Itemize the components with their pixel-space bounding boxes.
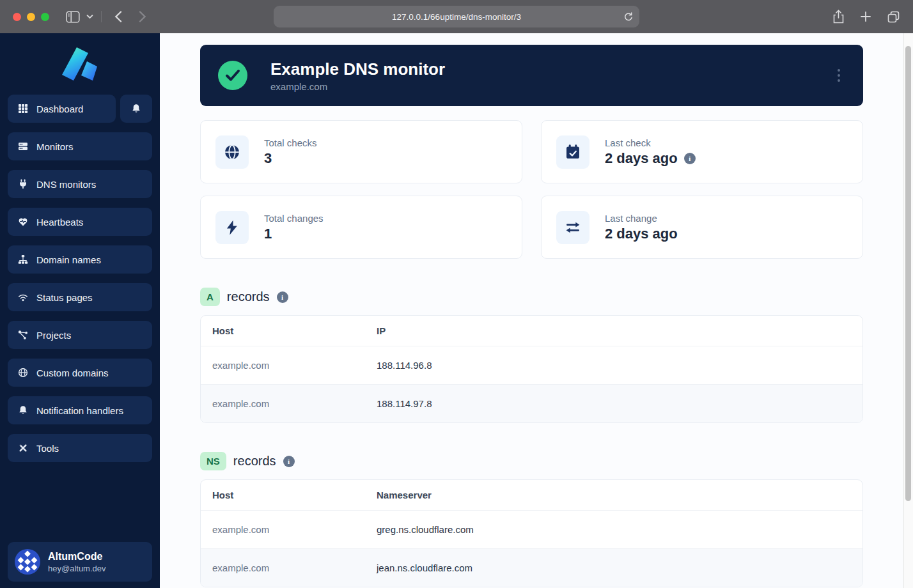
stat-label: Last check <box>605 137 696 148</box>
zoom-window-button[interactable] <box>41 13 49 21</box>
sidebar-item-label: Dashboard <box>36 104 83 114</box>
bell-icon <box>131 104 142 114</box>
info-icon[interactable]: i <box>277 291 288 303</box>
section-title: records <box>233 454 276 468</box>
sidebar-item-dashboard[interactable]: Dashboard <box>8 95 116 123</box>
toolbar-divider <box>101 11 102 22</box>
plug-icon <box>17 179 28 189</box>
bolt-icon <box>215 211 249 244</box>
status-ok-icon <box>218 61 247 90</box>
stat-card-last-change: Last change 2 days ago <box>541 196 863 259</box>
main-content: Example DNS monitor example.com Total ch… <box>160 33 913 588</box>
account-card[interactable]: AltumCode hey@altum.dev <box>8 542 152 582</box>
sidebar-item-label: Tools <box>36 443 59 454</box>
sidebar: Dashboard Monitors DNS monitors <box>0 33 160 588</box>
sidebar-item-heartbeats[interactable]: Heartbeats <box>8 208 152 236</box>
sidebar-item-label: Monitors <box>36 141 74 152</box>
column-header-host: Host <box>201 480 365 511</box>
notifications-button[interactable] <box>120 95 152 123</box>
heart-pulse-icon <box>17 217 28 227</box>
table-row: example.com greg.ns.cloudflare.com <box>201 511 862 549</box>
address-bar-url: 127.0.0.1/66uptime/dns-monitor/3 <box>392 12 521 22</box>
altumcode-logo-icon <box>57 46 103 82</box>
scrollbar-thumb[interactable] <box>905 46 911 501</box>
page-title: Example DNS monitor <box>270 59 445 79</box>
sidebar-item-dns-monitors[interactable]: DNS monitors <box>8 170 152 198</box>
app-logo[interactable] <box>8 43 152 95</box>
cell-nameserver: greg.ns.cloudflare.com <box>365 511 862 549</box>
tab-overview-icon[interactable] <box>887 10 900 24</box>
sidebar-item-label: Notification handlers <box>36 405 123 416</box>
ns-records-table: Host Nameserver example.com greg.ns.clou… <box>200 479 863 587</box>
avatar <box>15 549 40 575</box>
info-icon[interactable]: i <box>283 456 295 467</box>
table-row: example.com jean.ns.cloudflare.com <box>201 549 862 587</box>
stats-grid: Total checks 3 Last check 2 days ago i <box>200 120 863 259</box>
minimize-window-button[interactable] <box>27 13 35 21</box>
sidebar-chevron-down-icon[interactable] <box>86 14 93 19</box>
stat-card-total-checks: Total checks 3 <box>200 120 522 183</box>
sidebar-item-custom-domains[interactable]: Custom domains <box>8 359 152 387</box>
sidebar-toggle-icon[interactable] <box>66 11 80 23</box>
share-icon[interactable] <box>832 10 845 24</box>
scrollbar-track[interactable] <box>903 33 913 588</box>
cell-host: example.com <box>201 385 365 423</box>
info-icon[interactable]: i <box>684 153 696 164</box>
grid-icon <box>17 104 28 114</box>
address-bar[interactable]: 127.0.0.1/66uptime/dns-monitor/3 <box>274 6 639 27</box>
cell-ip: 188.114.96.8 <box>365 346 862 385</box>
cell-ip: 188.114.97.8 <box>365 385 862 423</box>
section-title: records <box>227 290 270 304</box>
forward-button[interactable] <box>139 11 146 22</box>
sidebar-item-label: Heartbeats <box>36 217 83 228</box>
column-header-nameserver: Nameserver <box>365 480 862 511</box>
sidebar-item-status-pages[interactable]: Status pages <box>8 283 152 311</box>
back-button[interactable] <box>114 11 122 22</box>
bell-icon <box>17 405 28 415</box>
cell-host: example.com <box>201 511 365 549</box>
sidebar-item-monitors[interactable]: Monitors <box>8 132 152 160</box>
monitor-header-card: Example DNS monitor example.com <box>200 45 863 106</box>
a-records-heading: A records i <box>200 288 863 306</box>
column-header-ip: IP <box>365 316 862 346</box>
stat-label: Total changes <box>264 213 324 224</box>
cell-nameserver: jean.ns.cloudflare.com <box>365 549 862 587</box>
server-icon <box>17 141 28 151</box>
calendar-check-icon <box>556 135 589 169</box>
monitor-domain: example.com <box>270 81 445 92</box>
window-controls <box>13 13 49 21</box>
account-email: hey@altum.dev <box>48 564 106 573</box>
reload-icon[interactable] <box>623 12 633 22</box>
record-type-badge: NS <box>200 452 226 470</box>
cell-host: example.com <box>201 549 365 587</box>
globe-icon <box>215 135 249 169</box>
stat-value: 2 days ago <box>605 150 678 167</box>
stat-card-last-check: Last check 2 days ago i <box>541 120 863 183</box>
stat-value: 3 <box>264 150 272 167</box>
column-header-host: Host <box>201 316 365 346</box>
sidebar-item-label: Domain names <box>36 254 101 265</box>
table-row: example.com 188.114.96.8 <box>201 346 862 385</box>
stat-value: 1 <box>264 226 272 242</box>
a-records-table: Host IP example.com 188.114.96.8 example… <box>200 315 863 423</box>
sidebar-item-domain-names[interactable]: Domain names <box>8 245 152 274</box>
new-tab-icon[interactable] <box>860 11 871 22</box>
sidebar-item-label: Custom domains <box>36 368 109 378</box>
sidebar-item-label: DNS monitors <box>36 179 96 190</box>
network-nodes-icon <box>17 330 28 340</box>
browser-titlebar: 127.0.0.1/66uptime/dns-monitor/3 <box>0 0 913 33</box>
wifi-icon <box>17 292 28 302</box>
sidebar-item-tools[interactable]: Tools <box>8 434 152 462</box>
cell-host: example.com <box>201 346 365 385</box>
ns-records-heading: NS records i <box>200 452 863 470</box>
table-row: example.com 188.114.97.8 <box>201 385 862 423</box>
monitor-options-kebab-icon[interactable] <box>832 64 846 88</box>
stat-card-total-changes: Total changes 1 <box>200 196 522 259</box>
sitemap-icon <box>17 254 28 265</box>
exchange-arrows-icon <box>556 211 589 244</box>
record-type-badge: A <box>200 288 220 306</box>
globe-icon <box>17 368 28 378</box>
sidebar-item-notification-handlers[interactable]: Notification handlers <box>8 396 152 424</box>
close-window-button[interactable] <box>13 13 21 21</box>
sidebar-item-projects[interactable]: Projects <box>8 321 152 349</box>
